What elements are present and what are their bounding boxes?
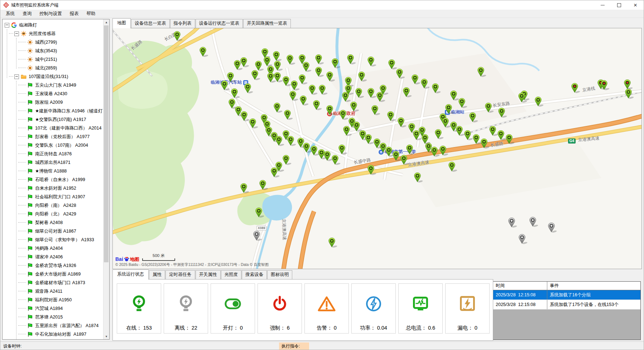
device-map-pin[interactable] <box>342 92 352 102</box>
tree-item-device[interactable]: 城西派出所A1871 <box>3 158 104 167</box>
device-map-pin[interactable] <box>367 165 378 175</box>
scroll-down-icon[interactable]: ▼ <box>104 334 109 339</box>
device-map-pin[interactable] <box>414 172 424 183</box>
device-map-pin[interactable] <box>469 112 480 123</box>
tree-item-sensor[interactable]: 城北(2859) <box>3 64 104 72</box>
menu-item[interactable]: 报表 <box>66 10 83 18</box>
device-map-pin[interactable] <box>313 100 323 111</box>
bottom-tab-0[interactable]: 系统运行状态 <box>112 269 149 279</box>
device-map-pin[interactable] <box>326 105 337 116</box>
device-map-pin[interactable] <box>347 54 357 65</box>
tree-item-device[interactable]: 向阳桥（北） A2429 <box>3 210 104 218</box>
device-map-pin[interactable] <box>318 84 329 95</box>
collapse-icon[interactable] <box>5 23 9 28</box>
tree-item-device[interactable]: 金桥农贸市场 A1926 <box>3 261 104 270</box>
scrollbar-thumb[interactable] <box>104 25 109 262</box>
maximize-button[interactable] <box>611 0 627 10</box>
tree-item-device[interactable]: 南正街转盘 A1876 <box>3 150 104 158</box>
device-map-pin[interactable] <box>448 161 459 172</box>
tree-item-device[interactable]: 观音路 A2411 <box>3 287 104 296</box>
bottom-tab-2[interactable]: 定时器任务 <box>165 270 195 279</box>
device-map-pin[interactable] <box>273 102 284 113</box>
menu-item[interactable]: 帮助 <box>83 10 100 18</box>
tree-item-device[interactable]: 芭茅塘 A2015 <box>3 313 104 321</box>
tree-item-device[interactable]: 烟草公司对面 A1867 <box>3 227 104 235</box>
device-map-pin[interactable] <box>376 92 387 102</box>
device-map-pin[interactable] <box>199 47 210 57</box>
device-map-pin[interactable] <box>434 129 445 140</box>
bottom-tab-5[interactable]: 搜索设备 <box>242 270 267 279</box>
device-map-pin[interactable] <box>420 78 431 89</box>
tree-item-sensor[interactable]: 城西(2799) <box>3 38 104 47</box>
tree-item-device[interactable] <box>3 339 104 339</box>
device-map-pin[interactable] <box>403 87 413 98</box>
device-map-pin[interactable] <box>289 91 300 101</box>
device-map-pin[interactable] <box>240 57 251 68</box>
tree-item-device[interactable]: 五尖山大门东 A1949 <box>3 81 104 89</box>
event-log-row[interactable]: 2025/3/28 12:15:08系统加载了175个设备，在线153个 <box>493 300 640 310</box>
device-map-pin[interactable] <box>251 70 262 81</box>
tree-item-device[interactable]: 自来水斜对面 A1952 <box>3 184 104 193</box>
tree-item-device[interactable]: ★博物馆 A1888 <box>3 167 104 175</box>
tree-item-device[interactable]: 交警队东（107南） A2004 <box>3 141 104 150</box>
device-map-pin[interactable] <box>273 51 283 62</box>
tree-item-device[interactable]: 汽贸城 A1894 <box>3 304 104 313</box>
device-map-pin[interactable] <box>387 111 398 122</box>
close-button[interactable]: ✕ <box>627 0 644 10</box>
event-log-row[interactable]: 2025/3/28 12:15:08系统加载了16个分组 <box>493 290 640 300</box>
device-map-pin[interactable] <box>625 88 635 99</box>
device-map-pin[interactable] <box>458 98 469 108</box>
device-map-pin[interactable] <box>355 88 366 98</box>
tree-item-device[interactable]: 陈家组 A2009 <box>3 98 104 107</box>
device-map-pin[interactable] <box>397 117 408 128</box>
device-map-pin[interactable] <box>371 105 382 116</box>
device-map-pin[interactable] <box>350 101 361 112</box>
device-map-pin[interactable] <box>358 71 369 82</box>
tree-item-device[interactable]: 金桥建材市场门口 A1873 <box>3 278 104 287</box>
tree-root[interactable]: 临湘路灯 <box>3 21 104 29</box>
menu-item[interactable]: 查询 <box>19 10 35 18</box>
bottom-tab-1[interactable]: 属性 <box>149 270 165 279</box>
collapse-icon[interactable] <box>14 31 19 36</box>
device-map-pin[interactable] <box>249 118 260 129</box>
tree-item-device[interactable]: 福利院对面 A1950 <box>3 296 104 304</box>
menu-item[interactable]: 控制与设置 <box>35 10 66 18</box>
device-map-pin[interactable] <box>439 145 450 156</box>
map-tab-0[interactable]: 地图 <box>112 18 131 28</box>
device-map-pin-offline[interactable] <box>253 230 264 241</box>
device-map-pin[interactable] <box>284 110 294 120</box>
tree-item-device[interactable]: ★建新中路路口东 A1946（辅道灯） <box>3 107 104 115</box>
device-map-pin[interactable] <box>326 71 337 82</box>
device-map-pin[interactable] <box>255 207 266 218</box>
device-map-pin[interactable] <box>274 60 284 71</box>
tree-item-device[interactable]: ★交警队西(107南) A1917 <box>3 115 104 124</box>
map-tab-4[interactable]: 开关回路属性一览表 <box>243 19 291 28</box>
device-map-pin[interactable] <box>480 138 491 149</box>
tree-item-device[interactable]: 中石化加油站对面 A1897 <box>3 330 104 339</box>
device-map-pin[interactable] <box>421 134 432 145</box>
device-map-pin[interactable] <box>498 107 509 118</box>
device-map-pin-offline[interactable] <box>548 222 558 233</box>
device-map-pin-offline[interactable] <box>508 217 519 228</box>
map-tab-3[interactable]: 设备运行状态一览表 <box>196 19 243 28</box>
map-canvas[interactable]: 临湘长安汽车站临湘市政府临湘站临湘市第一中学长白路长盛路长安东路长盛中路长盛路京… <box>112 28 642 269</box>
device-map-pin-alarm[interactable] <box>571 83 582 93</box>
device-map-pin[interactable] <box>331 155 342 165</box>
device-map-pin[interactable] <box>240 183 251 194</box>
device-map-pin[interactable] <box>331 58 342 69</box>
tree-item-device[interactable]: 石咀桥（自来水） A1999 <box>3 175 104 184</box>
device-map-pin[interactable] <box>485 102 495 113</box>
device-map-pin[interactable] <box>286 54 297 65</box>
tree-item-device[interactable]: 王家珑巷 A2430 <box>3 89 104 98</box>
device-map-pin[interactable] <box>367 56 378 67</box>
device-map-pin[interactable] <box>338 144 349 155</box>
device-map-pin[interactable] <box>505 134 516 145</box>
menu-item[interactable]: 系统 <box>2 10 19 18</box>
tree-item-device[interactable]: 金桥大市场对面 A1869 <box>3 270 104 278</box>
device-map-pin[interactable] <box>270 167 281 178</box>
device-map-pin-offline[interactable] <box>529 217 540 227</box>
device-map-pin[interactable] <box>173 31 184 42</box>
bottom-tab-6[interactable]: 图标说明 <box>267 270 292 279</box>
device-map-pin[interactable] <box>388 59 399 70</box>
tree-item-device[interactable]: 五里派出所（富源汽配） A1874 <box>3 321 104 330</box>
